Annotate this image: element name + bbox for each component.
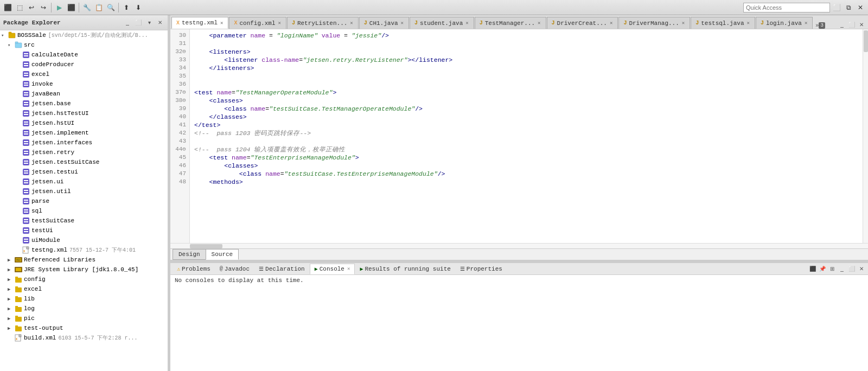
pkg-jetsen-base[interactable]: jetsen.base [0, 99, 168, 108]
toolbar-btn-7[interactable]: 🔍 [105, 2, 116, 13]
tab-javadoc[interactable]: @ Javadoc [215, 264, 254, 274]
tab-testng-xml-close[interactable]: ✕ [220, 20, 224, 27]
pkg-codeProducer[interactable]: codeProducer [0, 60, 168, 69]
toolbar-btn-9[interactable]: ⬇ [133, 2, 144, 13]
tab-retry-listen-close[interactable]: ✕ [349, 20, 353, 27]
toolbar-restore-btn[interactable]: ⧉ [843, 2, 854, 13]
tab-overflow[interactable]: » 3 [813, 22, 827, 29]
tab-ch1-java[interactable]: J CH1.java ✕ [359, 17, 409, 29]
tab-testng-xml[interactable]: X testng.xml ✕ [171, 17, 228, 29]
reflib-toggle[interactable]: ▶ [8, 257, 14, 263]
editor-horizontal-scrollbar[interactable] [170, 243, 868, 248]
tab-student-java[interactable]: J student.java ✕ [410, 17, 474, 29]
quick-access-input[interactable] [743, 3, 830, 12]
tab-drivermanag-close[interactable]: ✕ [681, 20, 685, 27]
file-testng-xml[interactable]: X testng.xml 7557 15-12-7 下午4:01 [0, 245, 168, 255]
pkg-jetsen-implement[interactable]: jetsen.implement [0, 128, 168, 138]
tab-console[interactable]: ▶ Console ✕ [310, 264, 355, 274]
editor-close-btn[interactable]: ✕ [857, 20, 866, 29]
tab-testmanager[interactable]: J TestManager... ✕ [475, 17, 546, 29]
pkg-jetsen-testSuitCase[interactable]: jetsen.testSuitCase [0, 157, 168, 167]
pkg-excel[interactable]: excel [0, 69, 168, 79]
sidebar-maximize-btn[interactable]: ⬜ [134, 18, 143, 27]
pkg-jetsen-testui[interactable]: jetsen.testui [0, 167, 168, 177]
editor-scrollbar-thumb[interactable] [864, 30, 868, 52]
code-line-42: <!-- pass 1203 密码页跳转保存--> [194, 129, 858, 137]
pkg-jetsen-retry[interactable]: jetsen.retry [0, 148, 168, 157]
folder-log[interactable]: ▶ log [0, 304, 168, 314]
tab-student-java-close[interactable]: ✕ [465, 20, 469, 27]
console-close-btn[interactable]: ✕ [857, 265, 866, 273]
toolbar-btn-6[interactable]: 📋 [93, 2, 104, 13]
pkg-testUi[interactable]: testUi [0, 226, 168, 235]
tab-drivercreate[interactable]: J DriverCreat... ✕ [547, 17, 618, 29]
editor-vertical-scrollbar[interactable] [863, 29, 868, 243]
console-layout-btn[interactable]: ⊞ [828, 265, 837, 273]
tab-testsql-java-close[interactable]: ✕ [746, 20, 750, 27]
editor-hscrollbar-thumb[interactable] [190, 244, 222, 248]
tab-ch1-java-close[interactable]: ✕ [400, 20, 404, 27]
toolbar-btn-4[interactable]: ↪ [38, 2, 49, 13]
toolbar-window-btn[interactable]: ⬜ [831, 2, 842, 13]
tab-design[interactable]: Design [173, 249, 206, 260]
tab-retry-listen[interactable]: J RetryListen... ✕ [287, 17, 359, 29]
toolbar-btn-2[interactable]: ⬚ [14, 2, 25, 13]
folder-lib[interactable]: ▶ lib [0, 294, 168, 304]
sidebar-minimize-btn[interactable]: ⎯ [123, 18, 132, 27]
tab-login-java-close[interactable]: ✕ [804, 20, 808, 27]
tab-declaration[interactable]: ☰ Declaration [254, 264, 309, 274]
toolbar-btn-5[interactable]: 🔧 [81, 2, 92, 13]
pkg-jetsen-hstUI[interactable]: jetsen.hstUI [0, 118, 168, 128]
project-toggle[interactable]: ▾ [1, 33, 8, 39]
pkg-testSuitCase[interactable]: testSuitCase [0, 216, 168, 226]
src-folder[interactable]: ▾ src [0, 40, 168, 50]
editor-minimize-btn[interactable]: ⎯ [838, 20, 846, 29]
console-minimize-btn[interactable]: ⎯ [838, 265, 846, 273]
tab-config-xml[interactable]: X config.xml ✕ [229, 17, 286, 29]
folder-excel[interactable]: ▶ excel [0, 284, 168, 294]
console-pin-btn[interactable]: 📌 [818, 265, 827, 273]
project-root[interactable]: ▾ BOSSSale [svn/dept/15-测试/自动化测试/B... [0, 30, 168, 40]
tab-config-xml-close[interactable]: ✕ [277, 20, 281, 27]
folder-config[interactable]: ▶ config [0, 274, 168, 284]
pkg-sql[interactable]: sql [0, 206, 168, 216]
tab-problems[interactable]: ⚠ Problems [173, 264, 215, 274]
jre-toggle[interactable]: ▶ [8, 267, 14, 273]
console-open-btn[interactable]: ⬛ [808, 265, 817, 273]
pkg-uiModule[interactable]: uiModule [0, 235, 168, 245]
toolbar-btn-stop[interactable]: ⬛ [66, 2, 76, 13]
console-close-icon[interactable]: ✕ [347, 266, 350, 272]
jre-system-library[interactable]: ▶ JRE System Library [jdk1.8.0_45] [0, 265, 168, 274]
folder-pic[interactable]: ▶ pic [0, 314, 168, 323]
sidebar-view-menu-btn[interactable]: ▾ [145, 18, 154, 27]
pkg-jetsen-util[interactable]: jetsen.util [0, 187, 168, 196]
tab-testmanager-close[interactable]: ✕ [537, 20, 541, 27]
referenced-libraries[interactable]: ▶ REF Referenced Libraries [0, 255, 168, 265]
editor-maximize-btn[interactable]: ⬜ [847, 20, 856, 29]
file-build-xml[interactable]: X build.xml 6103 15-5-7 下午2:28 r... [0, 333, 168, 343]
pkg-invoke[interactable]: invoke [0, 79, 168, 89]
tab-source[interactable]: Source [206, 249, 239, 260]
pkg-jetsen-hstTestUI[interactable]: jetsen.hstTestUI [0, 108, 168, 118]
toolbar-btn-run[interactable]: ▶ [54, 2, 65, 13]
tab-drivermanag[interactable]: J DriverManag... ✕ [618, 17, 690, 29]
tab-results[interactable]: ▶ Results of running suite [355, 264, 455, 274]
toolbar-btn-3[interactable]: ↩ [26, 2, 37, 13]
pkg-javaBean[interactable]: javaBean [0, 89, 168, 99]
tab-drivercreate-close[interactable]: ✕ [609, 20, 613, 27]
toolbar-btn-1[interactable]: ⬛ [2, 2, 13, 13]
src-toggle[interactable]: ▾ [8, 42, 14, 48]
code-text-area[interactable]: <parameter name = "loginName" value = "j… [190, 29, 863, 243]
tab-testsql-java[interactable]: J testsql.java ✕ [691, 17, 755, 29]
toolbar-close-btn[interactable]: ✕ [855, 2, 866, 13]
pkg-jetsen-interfaces[interactable]: jetsen.interfaces [0, 138, 168, 148]
tab-login-java[interactable]: J login.java ✕ [756, 17, 813, 29]
pkg-calculateDate[interactable]: calculateDate [0, 50, 168, 60]
tab-properties[interactable]: ☰ Properties [456, 264, 507, 274]
toolbar-btn-8[interactable]: ⬆ [121, 2, 132, 13]
pkg-parse[interactable]: parse [0, 196, 168, 206]
sidebar-close-btn[interactable]: ✕ [156, 18, 164, 27]
folder-test-output[interactable]: ▶ test-output [0, 323, 168, 333]
console-maximize-btn[interactable]: ⬜ [847, 265, 856, 273]
pkg-jetsen-ui[interactable]: jetsen.ui [0, 177, 168, 187]
